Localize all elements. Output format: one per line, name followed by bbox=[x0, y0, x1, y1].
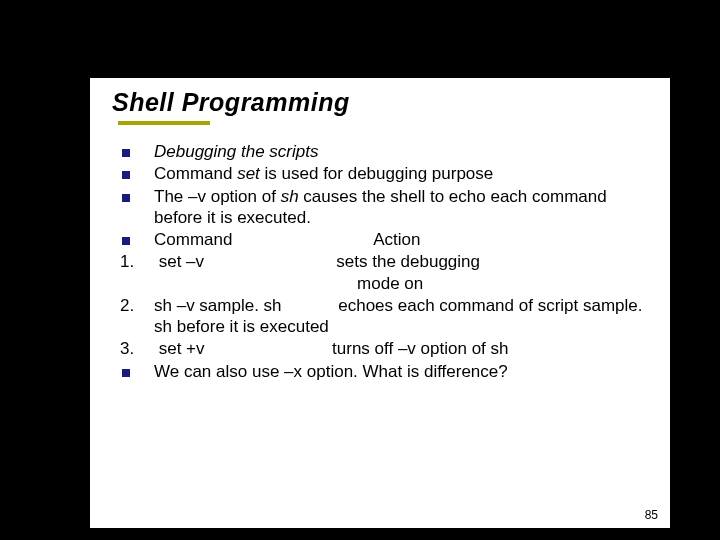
title-underline bbox=[118, 121, 210, 125]
square-bullet-icon bbox=[112, 229, 154, 250]
numbered-row: 2. sh –v sample. sh echoes each command … bbox=[112, 295, 656, 338]
bullet-text: We can also use –x option. What is diffe… bbox=[154, 361, 656, 382]
bullet-text: Command set is used for debugging purpos… bbox=[154, 163, 656, 184]
square-bullet-icon bbox=[112, 186, 154, 229]
bullet-text: Command Action bbox=[154, 229, 656, 250]
bullet-row: Debugging the scripts bbox=[112, 141, 656, 162]
bullet-row: Command set is used for debugging purpos… bbox=[112, 163, 656, 184]
slide-body: Debugging the scripts Command set is use… bbox=[90, 129, 670, 382]
bullet-text: The –v option of sh causes the shell to … bbox=[154, 186, 656, 229]
slide: Shell Programming Debugging the scripts … bbox=[90, 78, 670, 528]
numbered-row: 1. set –v sets the debugging mode on bbox=[112, 251, 656, 294]
bullet-row: The –v option of sh causes the shell to … bbox=[112, 186, 656, 229]
square-bullet-icon bbox=[112, 361, 154, 382]
bullet-row: Command Action bbox=[112, 229, 656, 250]
page-number: 85 bbox=[645, 508, 658, 522]
bullet-row: We can also use –x option. What is diffe… bbox=[112, 361, 656, 382]
numbered-text: set –v sets the debugging mode on bbox=[154, 251, 656, 294]
numbered-text: set +v turns off –v option of sh bbox=[154, 338, 656, 359]
title-block: Shell Programming bbox=[90, 78, 670, 129]
square-bullet-icon bbox=[112, 141, 154, 162]
slide-title: Shell Programming bbox=[112, 88, 670, 117]
list-number: 1. bbox=[112, 251, 154, 294]
list-number: 2. bbox=[112, 295, 154, 338]
bullet-text: Debugging the scripts bbox=[154, 141, 656, 162]
list-number: 3. bbox=[112, 338, 154, 359]
numbered-row: 3. set +v turns off –v option of sh bbox=[112, 338, 656, 359]
square-bullet-icon bbox=[112, 163, 154, 184]
numbered-text: sh –v sample. sh echoes each command of … bbox=[154, 295, 656, 338]
